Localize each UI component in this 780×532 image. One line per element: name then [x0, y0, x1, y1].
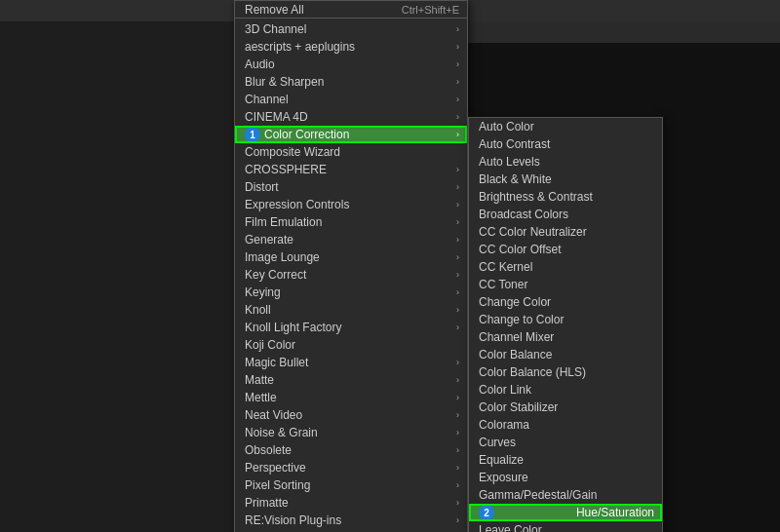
- submenu-arrow: ›: [456, 42, 459, 52]
- submenu-item-label: Colorama: [479, 418, 529, 432]
- menu-item-label: 3D Channel: [245, 22, 456, 36]
- submenu-arrow: ›: [456, 498, 459, 508]
- submenu-item-auto-levels[interactable]: Auto Levels: [469, 153, 662, 171]
- menu-item-label: Channel: [245, 93, 456, 106]
- menu-item-neat-video[interactable]: Neat Video›: [235, 406, 467, 424]
- submenu-arrow: ›: [456, 358, 459, 367]
- submenu-item-change-to-color[interactable]: Change to Color: [469, 311, 662, 328]
- submenu-item-huesaturation[interactable]: 2Hue/Saturation: [469, 504, 662, 521]
- menu-item-label: Film Emulation: [245, 215, 456, 229]
- submenu-item-color-stabilizer[interactable]: Color Stabilizer: [469, 399, 662, 416]
- menu-item-magic-bullet[interactable]: Magic Bullet›: [235, 354, 467, 371]
- menu-item-expression-controls[interactable]: Expression Controls›: [235, 196, 467, 213]
- menu-item-cinema-4d[interactable]: CINEMA 4D›: [235, 108, 467, 126]
- menu-item-label: Noise & Grain: [245, 426, 456, 439]
- effects-menu: Remove All Ctrl+Shift+E 3D Channel›aescr…: [234, 0, 468, 532]
- submenu-arrow: ›: [456, 235, 459, 245]
- menu-item-label: Image Lounge: [245, 250, 456, 264]
- menu-item-blur--sharpen[interactable]: Blur & Sharpen›: [235, 73, 467, 91]
- menu-item-film-emulation[interactable]: Film Emulation›: [235, 213, 467, 231]
- menu-item-label: Koji Color: [245, 338, 459, 352]
- submenu-item-gammapedestalgain[interactable]: Gamma/Pedestal/Gain: [469, 486, 662, 504]
- submenu-arrow: ›: [456, 77, 459, 87]
- submenu-arrow: ›: [456, 112, 459, 122]
- menu-item-label: Matte: [245, 373, 456, 387]
- menu-item-obsolete[interactable]: Obsolete›: [235, 441, 467, 459]
- submenu-item-label: Curves: [479, 436, 516, 449]
- menu-item-label: Knoll Light Factory: [245, 321, 456, 334]
- submenu-item-auto-contrast[interactable]: Auto Contrast: [469, 135, 662, 153]
- menu-item-distort[interactable]: Distort›: [235, 178, 467, 196]
- submenu-item-cc-color-offset[interactable]: CC Color Offset: [469, 241, 662, 258]
- menu-item-noise--grain[interactable]: Noise & Grain›: [235, 424, 467, 441]
- submenu-item-label: CC Kernel: [479, 260, 532, 274]
- menu-item-label: Audio: [245, 57, 456, 71]
- remove-all-shortcut: Ctrl+Shift+E: [402, 4, 459, 16]
- badge-1: 1: [245, 127, 260, 142]
- submenu-arrow: ›: [456, 410, 459, 420]
- menu-item-aescripts--aeplugins[interactable]: aescripts + aeplugins›: [235, 38, 467, 56]
- menu-item-pixel-sorting[interactable]: Pixel Sorting›: [235, 476, 467, 494]
- menu-item-color-correction[interactable]: 1Color Correction›: [235, 126, 467, 143]
- submenu-item-label: Black & White: [479, 172, 552, 186]
- menu-item-label: Neat Video: [245, 408, 456, 422]
- submenu-item-color-balance-hls[interactable]: Color Balance (HLS): [469, 363, 662, 381]
- menu-item-knoll-light-factory[interactable]: Knoll Light Factory›: [235, 319, 467, 336]
- submenu-item-equalize[interactable]: Equalize: [469, 451, 662, 469]
- submenu-arrow: ›: [456, 445, 459, 455]
- submenu-item-label: Color Balance: [479, 348, 552, 361]
- menu-item-revision-plug-ins[interactable]: RE:Vision Plug-ins›: [235, 512, 467, 529]
- submenu-item-auto-color[interactable]: Auto Color: [469, 118, 662, 135]
- menu-item-perspective[interactable]: Perspective›: [235, 459, 467, 476]
- submenu-item-label: Broadcast Colors: [479, 208, 568, 221]
- menu-item-label: RE:Vision Plug-ins: [245, 513, 456, 527]
- submenu-arrow: ›: [456, 182, 459, 192]
- menu-item-label: Key Correct: [245, 268, 456, 282]
- submenu-item-label: Auto Contrast: [479, 137, 550, 151]
- submenu-item-label: Color Balance (HLS): [479, 365, 586, 379]
- menu-item-matte[interactable]: Matte›: [235, 371, 467, 389]
- submenu-item-black--white[interactable]: Black & White: [469, 171, 662, 188]
- submenu-item-label: CC Color Offset: [479, 243, 561, 256]
- menu-item-knoll[interactable]: Knoll›: [235, 301, 467, 319]
- submenu-item-label: Color Link: [479, 383, 531, 397]
- submenu-item-broadcast-colors[interactable]: Broadcast Colors: [469, 206, 662, 223]
- menu-item-mettle[interactable]: Mettle›: [235, 389, 467, 406]
- submenu-item-curves[interactable]: Curves: [469, 434, 662, 451]
- menu-item-image-lounge[interactable]: Image Lounge›: [235, 248, 467, 266]
- submenu-item-cc-kernel[interactable]: CC Kernel: [469, 258, 662, 276]
- submenu-item-cc-color-neutralizer[interactable]: CC Color Neutralizer: [469, 223, 662, 241]
- submenu-item-color-balance[interactable]: Color Balance: [469, 346, 662, 363]
- menu-item-crossphere[interactable]: CROSSPHERE›: [235, 161, 467, 178]
- submenu-item-brightness--contrast[interactable]: Brightness & Contrast: [469, 188, 662, 206]
- submenu-item-label: Color Stabilizer: [479, 400, 558, 414]
- menu-item-primatte[interactable]: Primatte›: [235, 494, 467, 512]
- menu-item-3d-channel[interactable]: 3D Channel›: [235, 20, 467, 38]
- submenu-item-cc-toner[interactable]: CC Toner: [469, 276, 662, 293]
- menu-item-audio[interactable]: Audio›: [235, 56, 467, 73]
- menu-item-channel[interactable]: Channel›: [235, 91, 467, 108]
- menu-item-composite-wizard[interactable]: Composite Wizard: [235, 143, 467, 161]
- submenu-item-exposure[interactable]: Exposure: [469, 469, 662, 486]
- remove-all-item[interactable]: Remove All Ctrl+Shift+E: [235, 1, 467, 19]
- menu-item-label: Magic Bullet: [245, 356, 456, 369]
- menu-item-key-correct[interactable]: Key Correct›: [235, 266, 467, 284]
- submenu-arrow: ›: [456, 375, 459, 385]
- submenu-arrow: ›: [456, 252, 459, 262]
- submenu-item-leave-color[interactable]: Leave Color: [469, 521, 662, 532]
- menu-item-keying[interactable]: Keying›: [235, 284, 467, 301]
- submenu-item-change-color[interactable]: Change Color: [469, 293, 662, 311]
- submenu-item-label: Exposure: [479, 471, 528, 484]
- menu-item-label: Keying: [245, 285, 456, 299]
- menu-item-label: Knoll: [245, 303, 456, 317]
- submenu-item-channel-mixer[interactable]: Channel Mixer: [469, 328, 662, 346]
- submenu-arrow: ›: [456, 463, 459, 473]
- submenu-arrow: ›: [456, 217, 459, 227]
- submenu-item-color-link[interactable]: Color Link: [469, 381, 662, 399]
- submenu-item-colorama[interactable]: Colorama: [469, 416, 662, 434]
- menu-item-generate[interactable]: Generate›: [235, 231, 467, 248]
- submenu-item-label: CC Toner: [479, 278, 527, 291]
- menu-item-koji-color[interactable]: Koji Color: [235, 336, 467, 354]
- submenu-arrow: ›: [456, 270, 459, 280]
- submenu-item-label: Auto Levels: [479, 155, 540, 169]
